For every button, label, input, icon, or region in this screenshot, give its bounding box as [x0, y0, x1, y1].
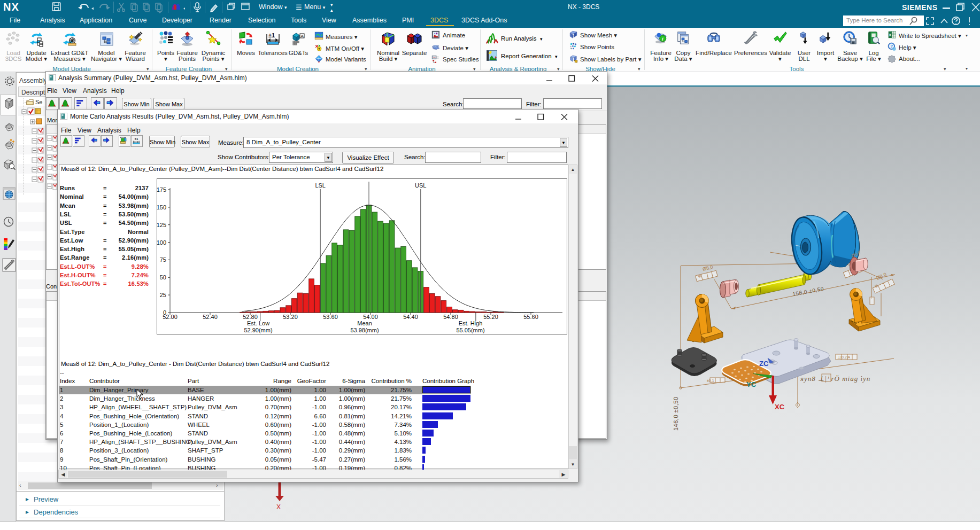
svg-text:100: 100 — [157, 239, 166, 246]
svg-text:75: 75 — [160, 256, 166, 263]
svg-text:175: 175 — [157, 186, 166, 193]
svg-text:146,0 ±0,50: 146,0 ±0,50 — [673, 396, 679, 431]
svg-text:i: i — [662, 36, 663, 42]
svg-text:A: A — [301, 34, 304, 38]
svg-text:⊥|0,2|A: ⊥|0,2|A — [837, 355, 850, 360]
svg-text:52.80: 52.80 — [243, 314, 258, 320]
svg-text:LSL: LSL — [315, 182, 326, 189]
svg-text:Est. High: Est. High — [459, 320, 483, 326]
svg-text:Se: Se — [35, 99, 42, 105]
svg-text:YC: YC — [746, 380, 757, 388]
svg-text:55.20: 55.20 — [483, 314, 498, 320]
svg-text:125: 125 — [157, 222, 166, 228]
svg-text:XC: XC — [775, 403, 785, 411]
svg-text:53.20: 53.20 — [283, 314, 298, 320]
svg-text:яyn8 ⊥|ⁱ rÖ miag ìyn: яyn8 ⊥|ⁱ rÖ miag ìyn — [800, 375, 870, 383]
svg-text:54.80: 54.80 — [443, 314, 458, 320]
svg-text:50: 50 — [160, 274, 166, 280]
svg-text:USL: USL — [415, 182, 426, 189]
svg-text:53.98(mm): 53.98(mm) — [350, 327, 379, 333]
svg-text:Mean: Mean — [357, 320, 372, 326]
svg-text:Est. Low: Est. Low — [247, 320, 269, 326]
svg-text:±0,1: ±0,1 — [707, 379, 714, 383]
svg-text:ZC: ZC — [759, 360, 769, 368]
svg-text:54.40: 54.40 — [403, 314, 418, 320]
svg-text:52.00: 52.00 — [163, 314, 178, 320]
svg-text:150: 150 — [157, 204, 166, 211]
svg-text:53.60: 53.60 — [323, 314, 338, 320]
svg-text:52.40: 52.40 — [203, 314, 218, 320]
svg-text:±1: ±1 — [268, 32, 275, 38]
svg-text:52.90(mm): 52.90(mm) — [244, 327, 272, 333]
svg-text:55.60: 55.60 — [523, 314, 538, 320]
svg-text:X: X — [276, 503, 281, 511]
svg-text:54.00: 54.00 — [363, 314, 378, 320]
svg-text:25: 25 — [160, 292, 166, 298]
svg-text:X: X — [889, 33, 892, 37]
svg-text:55.05(mm): 55.05(mm) — [456, 327, 484, 333]
svg-text:±1: ±1 — [135, 137, 138, 141]
